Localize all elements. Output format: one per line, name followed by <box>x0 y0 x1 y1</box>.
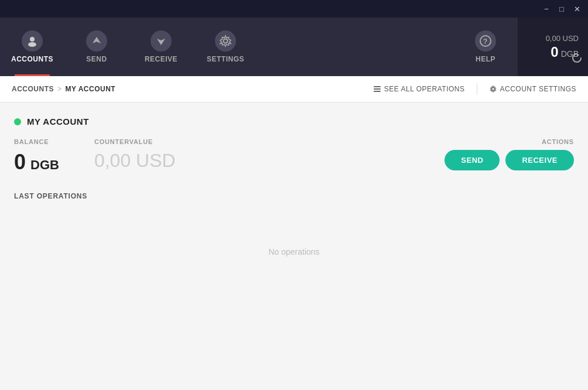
nav-receive-label: RECEIVE <box>145 55 177 63</box>
svg-point-11 <box>491 88 494 91</box>
countervalue-label: COUNTERVALUE <box>94 138 176 145</box>
actions-buttons: SEND RECEIVE <box>445 150 574 170</box>
breadcrumb: ACCOUNTS > MY ACCOUNT <box>12 85 115 93</box>
minimize-button[interactable]: − <box>540 2 553 15</box>
breadcrumb-bar: ACCOUNTS > MY ACCOUNT SEE ALL OPERATIONS… <box>0 76 588 102</box>
svg-rect-8 <box>374 86 381 87</box>
header-balance: 0,00 USD 0 DGB <box>518 18 588 76</box>
balance-currency: DGB <box>30 158 59 173</box>
last-operations-label: LAST OPERATIONS <box>14 192 574 200</box>
svg-point-0 <box>30 37 35 42</box>
close-button[interactable]: ✕ <box>570 2 583 15</box>
header-balance-amount: 0 <box>551 44 558 60</box>
actions-column: ACTIONS SEND RECEIVE <box>445 138 574 170</box>
countervalue-column: COUNTERVALUE 0,00 USD <box>94 138 176 172</box>
help-icon: ? <box>475 30 496 52</box>
refresh-button[interactable] <box>572 53 582 66</box>
account-name: MY ACCOUNT <box>27 117 89 126</box>
svg-marker-3 <box>157 39 165 45</box>
svg-marker-7 <box>577 53 579 57</box>
balance-display: 0 DGB <box>14 150 59 175</box>
balance-column: BALANCE 0 DGB <box>14 138 59 175</box>
main-content: MY ACCOUNT BALANCE 0 DGB COUNTERVALUE 0,… <box>0 102 588 390</box>
accounts-icon <box>22 30 43 52</box>
svg-marker-2 <box>93 37 101 43</box>
no-operations-text: No operations <box>14 247 574 256</box>
breadcrumb-actions: SEE ALL OPERATIONS ACCOUNT SETTINGS <box>373 83 576 95</box>
balance-value: 0 <box>14 150 26 175</box>
receive-button[interactable]: RECEIVE <box>505 150 574 170</box>
account-header: MY ACCOUNT <box>14 117 574 126</box>
nav-item-settings[interactable]: SETTINGS <box>193 18 258 76</box>
receive-icon <box>151 30 172 52</box>
balance-label: BALANCE <box>14 138 59 145</box>
actions-label: ACTIONS <box>542 138 574 145</box>
countervalue-display: 0,00 USD <box>94 150 176 172</box>
breadcrumb-current: MY ACCOUNT <box>66 85 116 93</box>
nav-item-send[interactable]: SEND <box>64 18 129 76</box>
send-icon <box>86 30 107 52</box>
nav-help-label: HELP <box>476 55 495 63</box>
gear-icon <box>489 85 497 93</box>
header-balance-usd: 0,00 USD <box>546 34 579 43</box>
svg-rect-10 <box>374 91 381 92</box>
balance-section: BALANCE 0 DGB COUNTERVALUE 0,00 USD ACTI… <box>14 138 574 175</box>
see-all-operations-link[interactable]: SEE ALL OPERATIONS <box>373 85 465 93</box>
content-area: ACCOUNTS > MY ACCOUNT SEE ALL OPERATIONS… <box>0 76 588 390</box>
send-button[interactable]: SEND <box>445 150 500 170</box>
nav-item-accounts[interactable]: ACCOUNTS <box>0 18 64 76</box>
svg-rect-9 <box>374 88 381 90</box>
settings-icon <box>215 30 236 52</box>
svg-point-4 <box>224 39 228 43</box>
nav-settings-label: SETTINGS <box>207 55 244 63</box>
svg-point-1 <box>28 42 36 47</box>
action-divider <box>477 83 477 95</box>
breadcrumb-root[interactable]: ACCOUNTS <box>12 85 54 93</box>
nav-send-label: SEND <box>86 55 107 63</box>
account-status-dot <box>14 118 21 125</box>
breadcrumb-separator: > <box>57 85 62 93</box>
nav-spacer <box>258 18 453 76</box>
account-settings-link[interactable]: ACCOUNT SETTINGS <box>489 85 576 93</box>
svg-text:?: ? <box>483 37 488 46</box>
title-bar: − □ ✕ <box>0 0 588 18</box>
nav-item-receive[interactable]: RECEIVE <box>129 18 193 76</box>
nav-accounts-label: ACCOUNTS <box>11 55 53 63</box>
maximize-button[interactable]: □ <box>555 2 568 15</box>
list-icon <box>373 85 381 93</box>
nav-bar: ACCOUNTS SEND RECEIVE SETTINGS <box>0 18 588 76</box>
nav-item-help[interactable]: ? HELP <box>453 18 518 76</box>
